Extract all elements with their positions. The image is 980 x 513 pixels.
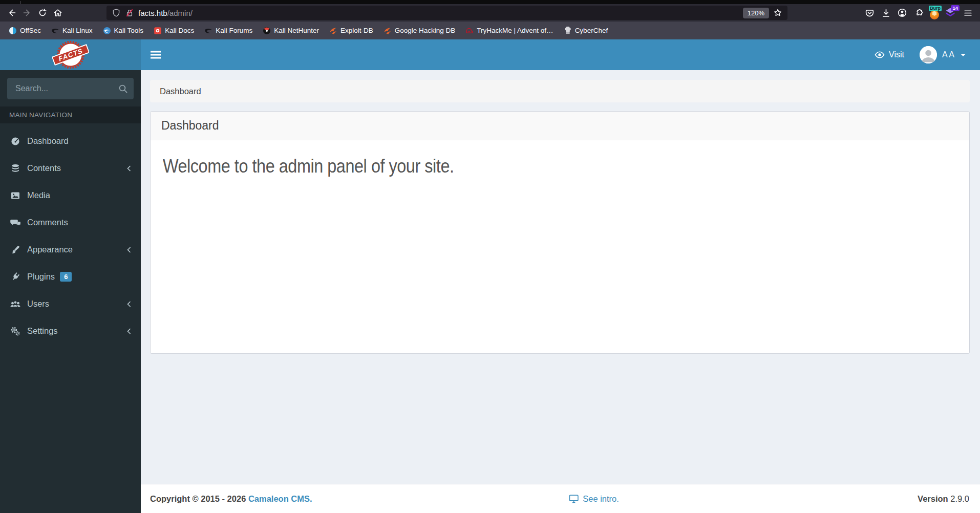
- foxyproxy-icon: [930, 10, 939, 19]
- extension-count-badge: 14: [951, 5, 960, 11]
- app-menu-button[interactable]: [960, 6, 976, 20]
- sidebar-item-label: Users: [27, 299, 49, 309]
- google-hacking-db-favicon: [384, 27, 392, 35]
- camaleon-cms-link[interactable]: Camaleon CMS.: [248, 494, 312, 503]
- browser-toolbar: facts.htb/admin/ 120% Burp 14: [0, 4, 980, 22]
- sidebar-item-media[interactable]: Media: [0, 182, 141, 209]
- extensions-puzzle-icon: [914, 8, 924, 18]
- sidebar-item-label: Appearance: [27, 245, 73, 254]
- visit-label: Visit: [889, 50, 904, 59]
- bookmark-cyberchef[interactable]: CyberChef: [560, 25, 612, 36]
- sidebar-section-label: MAIN NAVIGATION: [0, 106, 141, 123]
- user-initials: A A: [942, 50, 954, 59]
- menu-icon: [963, 8, 973, 18]
- sidebar-item-plugins[interactable]: Plugins 6: [0, 263, 141, 290]
- site-logo[interactable]: FACTS: [0, 39, 141, 70]
- bookmark-kali-tools[interactable]: Kali Tools: [99, 25, 147, 36]
- forward-button[interactable]: [19, 6, 35, 20]
- visit-site-link[interactable]: Visit: [875, 50, 904, 59]
- contents-database-icon: [9, 163, 22, 174]
- breadcrumb-item[interactable]: Dashboard: [160, 87, 201, 96]
- sidebar-toggle-button[interactable]: [141, 39, 171, 70]
- bookmark-kali-linux[interactable]: Kali Linux: [48, 25, 96, 36]
- media-image-icon: [9, 190, 22, 201]
- kali-forums-favicon: [204, 27, 212, 35]
- kali-dragon-favicon: [51, 27, 59, 35]
- sidebar-item-comments[interactable]: Comments: [0, 209, 141, 236]
- sidebar-item-contents[interactable]: Contents: [0, 155, 141, 182]
- facts-stamp-logo: FACTS: [52, 40, 89, 70]
- exploit-db-favicon: [329, 27, 337, 35]
- tracking-shield-icon[interactable]: [112, 8, 121, 17]
- sidebar-item-label: Contents: [27, 163, 61, 173]
- sidebar-item-label: Settings: [27, 326, 58, 336]
- downloads-button[interactable]: [878, 6, 894, 20]
- foxyproxy-button[interactable]: Burp: [927, 6, 943, 20]
- forward-icon: [23, 8, 32, 17]
- sidebar-search: [7, 78, 134, 99]
- bookmarks-toolbar: OffSec Kali Linux Kali Tools Kali Docs K…: [0, 22, 980, 39]
- window-tab-strip: [0, 0, 980, 4]
- plugins-count-badge: 6: [60, 272, 72, 282]
- content-area: Dashboard Dashboard Welcome to the admin…: [141, 70, 980, 513]
- account-icon: [897, 8, 907, 18]
- kali-nethunter-favicon: [263, 27, 271, 35]
- home-button[interactable]: [50, 6, 66, 20]
- layers-extension-button[interactable]: 14: [943, 6, 960, 20]
- reload-button[interactable]: [35, 6, 50, 20]
- admin-sidebar: MAIN NAVIGATION Dashboard Contents: [0, 70, 141, 513]
- settings-gears-icon: [9, 326, 22, 336]
- insecure-lock-icon[interactable]: [125, 8, 134, 17]
- kali-docs-favicon: [154, 27, 162, 35]
- search-input[interactable]: [7, 78, 134, 99]
- bookmark-kali-forums[interactable]: Kali Forums: [201, 25, 256, 36]
- bookmark-offsec[interactable]: OffSec: [5, 25, 45, 36]
- pocket-icon: [865, 8, 875, 18]
- sidebar-item-users[interactable]: Users: [0, 290, 141, 317]
- zoom-level-badge[interactable]: 120%: [743, 8, 769, 18]
- avatar-person-icon: [920, 46, 937, 63]
- bookmark-tryhackme[interactable]: TryHackMe | Advent of…: [462, 25, 557, 36]
- cyberchef-favicon: [564, 27, 572, 35]
- chevron-left-icon: [126, 246, 132, 253]
- welcome-message: Welcome to the admin panel of your site.: [163, 156, 454, 177]
- see-intro-link[interactable]: See intro.: [569, 494, 619, 504]
- admin-navbar: FACTS Visit A A: [0, 39, 980, 70]
- sidebar-item-label: Dashboard: [27, 136, 69, 146]
- panel-title: Dashboard: [151, 112, 969, 140]
- user-menu[interactable]: A A: [920, 46, 966, 63]
- sidebar-item-dashboard[interactable]: Dashboard: [0, 127, 141, 155]
- downloads-icon: [881, 8, 891, 18]
- dashboard-panel: Dashboard Welcome to the admin panel of …: [150, 111, 970, 354]
- account-button[interactable]: [894, 6, 910, 20]
- breadcrumb: Dashboard: [150, 80, 970, 102]
- search-button[interactable]: [118, 84, 128, 94]
- eye-icon: [875, 51, 885, 59]
- plugins-plug-icon: [9, 272, 22, 282]
- sidebar-item-label: Plugins: [27, 272, 55, 282]
- bookmark-google-hacking-db[interactable]: Google Hacking DB: [380, 25, 459, 36]
- kali-tools-favicon: [103, 27, 111, 35]
- monitor-icon: [569, 495, 579, 503]
- bookmark-exploit-db[interactable]: Exploit-DB: [326, 25, 377, 36]
- version-text: Version 2.9.0: [918, 494, 969, 504]
- url-bar[interactable]: facts.htb/admin/ 120%: [106, 6, 787, 20]
- extensions-button[interactable]: [910, 6, 927, 20]
- sidebar-item-label: Comments: [27, 218, 68, 227]
- caret-down-icon: [961, 54, 966, 56]
- admin-footer: Copyright © 2015 - 2026 Camaleon CMS. Se…: [141, 484, 980, 513]
- bookmark-kali-docs[interactable]: Kali Docs: [150, 25, 198, 36]
- url-host: facts.htb: [138, 9, 167, 17]
- sidebar-item-settings[interactable]: Settings: [0, 317, 141, 345]
- sidebar-item-appearance[interactable]: Appearance: [0, 236, 141, 263]
- tryhackme-favicon: [465, 27, 474, 35]
- reload-icon: [38, 8, 47, 17]
- back-icon: [7, 8, 16, 17]
- bookmark-kali-nethunter[interactable]: Kali NetHunter: [259, 25, 323, 36]
- pocket-button[interactable]: [861, 6, 878, 20]
- bookmark-star-icon[interactable]: [773, 8, 782, 17]
- back-button[interactable]: [4, 6, 19, 20]
- url-path: /admin/: [167, 9, 193, 17]
- sidebar-item-label: Media: [27, 190, 50, 200]
- offsec-favicon: [9, 27, 17, 35]
